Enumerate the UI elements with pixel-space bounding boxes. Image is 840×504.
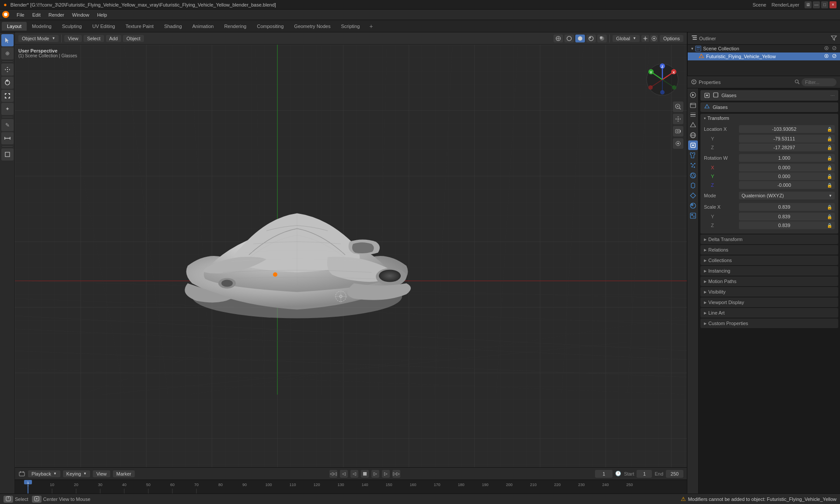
annotate-tool-btn[interactable]: ✎ [1,119,14,131]
play-forward-btn[interactable]: ▷▷ [392,470,400,478]
view-menu[interactable]: View [64,35,82,42]
rotation-z-lock[interactable]: 🔒 [827,183,832,188]
playback-dropdown[interactable]: Playback ▼ [28,470,60,477]
icon-maximize[interactable]: □ [821,1,828,8]
menu-window[interactable]: Window [69,11,93,18]
camera-icon[interactable] [673,126,683,136]
timeline-marker-menu[interactable]: Marker [113,470,135,477]
move-tool-btn[interactable] [1,63,14,76]
properties-search-input[interactable] [802,78,836,86]
object-name-more-icon[interactable]: ⋯ [830,93,835,98]
location-y-field[interactable]: -79.53111 🔒 [739,135,835,143]
transform-section-header[interactable]: ▾ Transform [700,114,838,122]
tab-animation[interactable]: Animation [187,22,219,31]
render-prop-icon[interactable] [688,90,698,100]
menu-file[interactable]: File [13,11,28,18]
tab-texture-paint[interactable]: Texture Paint [120,22,159,31]
end-frame-field[interactable]: 250 [666,470,683,478]
rotation-y-field[interactable]: 0.000 🔒 [739,172,835,180]
custom-properties-section[interactable]: ▶ Custom Properties [700,318,838,328]
keying-dropdown[interactable]: Keying ▼ [63,470,91,477]
data-prop-icon[interactable] [688,191,698,200]
rotation-x-lock[interactable]: 🔒 [827,165,832,170]
visibility-section[interactable]: ▶ Visibility [700,287,838,297]
timeline-view-menu[interactable]: View [93,470,110,477]
vehicle-item[interactable]: Futuristic_Flying_Vehicle_Yellow [688,52,840,60]
tab-shading[interactable]: Shading [159,22,187,31]
prev-keyframe-btn[interactable]: ◁ [340,470,348,478]
rotation-w-field[interactable]: 1.000 🔒 [739,154,835,162]
start-frame-field[interactable]: 1 [637,470,652,478]
tab-sculpting[interactable]: Sculpting [57,22,87,31]
prev-frame-btn[interactable]: ◁ [350,470,358,478]
current-frame-field[interactable]: 1 [595,470,612,478]
vehicle-render-icon[interactable] [832,53,837,60]
scale-z-field[interactable]: 0.839 🔒 [739,221,835,229]
motion-paths-section[interactable]: ▶ Motion Paths [700,276,838,286]
relations-section[interactable]: ▶ Relations [700,245,838,255]
rotation-mode-dropdown[interactable]: Quaternion (WXYZ) ▼ [739,192,835,200]
zoom-in-icon[interactable] [673,102,683,112]
next-frame-btn[interactable]: ▷ [371,470,379,478]
world-prop-icon[interactable] [688,130,698,140]
rotation-x-field[interactable]: 0.000 🔒 [739,164,835,172]
instancing-section[interactable]: ▶ Instancing [700,266,838,276]
icon-minimize[interactable]: — [813,1,820,8]
add-cube-btn[interactable] [1,148,14,161]
object-menu[interactable]: Object [123,35,144,42]
location-z-field[interactable]: -17.28297 🔒 [739,144,835,151]
rotation-w-lock[interactable]: 🔒 [827,156,832,161]
tab-modeling[interactable]: Modeling [27,22,57,31]
view-layer-prop-icon[interactable] [688,110,698,120]
menu-help[interactable]: Help [94,11,111,18]
line-art-section[interactable]: ▶ Line Art [700,308,838,318]
material-prop-icon[interactable] [688,201,698,210]
scale-tool-btn[interactable] [1,90,14,102]
scene-collection-item[interactable]: ▾ Scene Collection [688,45,840,52]
pan-icon[interactable] [673,114,683,124]
modifier-prop-icon[interactable] [688,150,698,160]
rotation-z-field[interactable]: -0.000 🔒 [739,181,835,189]
rotate-tool-btn[interactable] [1,77,14,89]
cursor-tool-btn[interactable]: ⊕ [1,47,14,60]
collections-section[interactable]: ▶ Collections [700,256,838,265]
play-stop-btn[interactable] [361,470,369,478]
scene-prop-icon[interactable] [688,120,698,130]
texture-prop-icon[interactable] [688,211,698,220]
physics-prop-icon[interactable] [688,171,698,180]
object-prop-icon[interactable] [688,140,698,150]
timeline-icon[interactable] [18,470,25,477]
vehicle-visibility-icon[interactable] [824,53,829,60]
play-reverse-btn[interactable]: ◁◁ [329,470,337,478]
view-origin-icon[interactable] [553,35,563,42]
location-x-field[interactable]: -103.93052 🔒 [739,125,835,133]
tab-geometry-nodes[interactable]: Geometry Nodes [289,22,336,31]
outliner-view-icon[interactable] [824,46,829,52]
outliner-render-icon[interactable] [832,46,837,52]
viewport-display-section[interactable]: ▶ Viewport Display [700,298,838,307]
global-dropdown[interactable]: Global ▼ [612,35,640,42]
tab-compositing[interactable]: Compositing [252,22,289,31]
blender-icon[interactable] [2,10,10,19]
scale-y-field[interactable]: 0.839 🔒 [739,213,835,220]
location-y-lock[interactable]: 🔒 [827,136,832,141]
navigation-gizmo[interactable]: Z X Y [645,62,680,97]
add-workspace-btn[interactable]: + [367,22,375,31]
viewport-3d[interactable]: User Perspective (1) Scene Collection | … [15,45,687,467]
measure-tool-btn[interactable] [1,132,14,144]
tab-uv-editing[interactable]: UV Editing [87,22,120,31]
add-menu[interactable]: Add [106,35,122,42]
menu-edit[interactable]: Edit [29,11,44,18]
object-mode-dropdown[interactable]: Object Mode ▼ [18,35,59,42]
viewport-shading-render[interactable] [597,35,607,42]
select-menu[interactable]: Select [84,35,104,42]
next-keyframe-btn[interactable]: ▷ [382,470,390,478]
menu-render[interactable]: Render [45,11,68,18]
delta-transform-section[interactable]: ▶ Delta Transform [700,234,838,244]
options-button[interactable]: Options [660,35,683,42]
scale-y-lock[interactable]: 🔒 [827,214,832,219]
viewport-shading-solid[interactable] [575,35,585,42]
transform-tool-btn[interactable]: ✦ [1,103,14,115]
transform-snap-icon[interactable] [641,35,649,42]
proportional-edit-icon[interactable] [650,35,658,42]
